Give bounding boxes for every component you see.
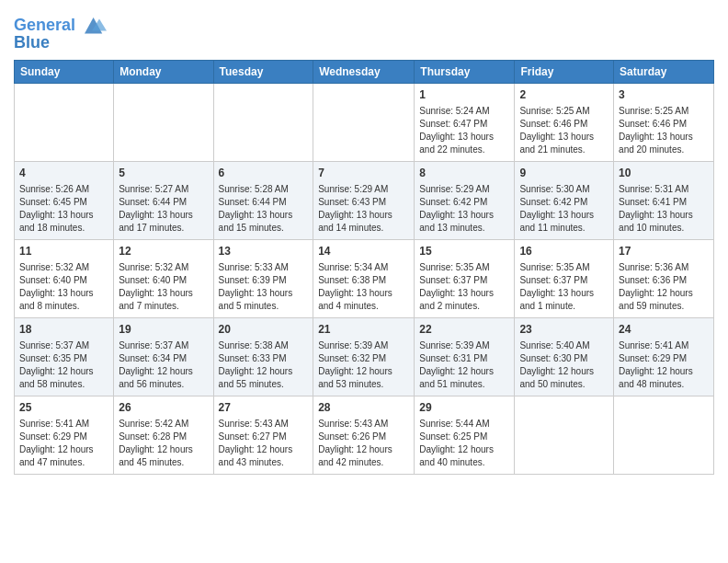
cell-content-line: Sunrise: 5:31 AM [619, 183, 709, 196]
calendar-cell [15, 83, 114, 161]
day-number: 28 [318, 400, 409, 416]
day-number: 2 [519, 87, 609, 103]
day-number: 15 [419, 244, 509, 259]
cell-content-line: Sunset: 6:27 PM [219, 431, 309, 443]
day-number: 26 [119, 400, 208, 416]
day-number: 25 [19, 400, 108, 416]
cell-content-line: Sunrise: 5:33 AM [219, 261, 309, 274]
header-row: SundayMondayTuesdayWednesdayThursdayFrid… [15, 60, 714, 83]
calendar-cell: 12Sunrise: 5:32 AMSunset: 6:40 PMDayligh… [114, 239, 213, 317]
day-number: 12 [119, 244, 208, 259]
day-number: 7 [318, 166, 409, 181]
day-number: 29 [419, 400, 509, 416]
week-row-4: 18Sunrise: 5:37 AMSunset: 6:35 PMDayligh… [15, 317, 714, 396]
day-number: 14 [318, 244, 409, 259]
cell-content-line: Daylight: 13 hours and 7 minutes. [119, 287, 208, 313]
cell-content-line: Sunrise: 5:43 AM [318, 418, 409, 431]
calendar-cell: 28Sunrise: 5:43 AMSunset: 6:26 PMDayligh… [313, 396, 415, 474]
cell-content-line: Sunrise: 5:37 AM [119, 339, 208, 352]
calendar-cell: 9Sunrise: 5:30 AMSunset: 6:42 PMDaylight… [515, 161, 614, 239]
day-number: 6 [219, 166, 309, 181]
calendar-cell: 19Sunrise: 5:37 AMSunset: 6:34 PMDayligh… [114, 317, 213, 396]
cell-content-line: Sunrise: 5:44 AM [419, 418, 509, 431]
calendar-cell: 23Sunrise: 5:40 AMSunset: 6:30 PMDayligh… [515, 317, 614, 396]
calendar-cell: 4Sunrise: 5:26 AMSunset: 6:45 PMDaylight… [15, 161, 114, 239]
calendar-table: SundayMondayTuesdayWednesdayThursdayFrid… [14, 60, 714, 475]
day-number: 11 [19, 244, 108, 259]
cell-content-line: Sunrise: 5:25 AM [519, 105, 609, 118]
calendar-cell: 22Sunrise: 5:39 AMSunset: 6:31 PMDayligh… [415, 317, 515, 396]
cell-content-line: Sunrise: 5:30 AM [519, 183, 609, 196]
cell-content-line: Sunrise: 5:26 AM [19, 183, 108, 196]
cell-content-line: Sunset: 6:44 PM [219, 196, 309, 209]
cell-content-line: Daylight: 12 hours and 40 minutes. [419, 443, 509, 469]
cell-content-line: Sunset: 6:25 PM [419, 431, 509, 443]
cell-content-line: Sunset: 6:31 PM [419, 352, 509, 365]
calendar-cell [515, 396, 614, 474]
calendar-cell: 27Sunrise: 5:43 AMSunset: 6:27 PMDayligh… [213, 396, 313, 474]
cell-content-line: Sunset: 6:29 PM [19, 431, 108, 443]
cell-content-line: Daylight: 12 hours and 43 minutes. [219, 443, 309, 469]
cell-content-line: Sunrise: 5:42 AM [119, 418, 208, 431]
cell-content-line: Daylight: 12 hours and 59 minutes. [619, 287, 709, 313]
cell-content-line: Sunrise: 5:41 AM [19, 418, 108, 431]
cell-content-line: Sunset: 6:39 PM [219, 274, 309, 287]
cell-content-line: Sunset: 6:40 PM [19, 274, 108, 287]
cell-content-line: Daylight: 13 hours and 11 minutes. [519, 209, 609, 235]
day-number: 5 [119, 166, 208, 181]
logo-blue-text: Blue [14, 34, 50, 52]
cell-content-line: Daylight: 13 hours and 8 minutes. [19, 287, 108, 313]
day-header-wednesday: Wednesday [313, 60, 415, 83]
cell-content-line: Sunset: 6:37 PM [419, 274, 509, 287]
cell-content-line: Daylight: 13 hours and 1 minute. [519, 287, 609, 313]
cell-content-line: Daylight: 13 hours and 20 minutes. [619, 131, 709, 156]
cell-content-line: Sunrise: 5:39 AM [419, 339, 509, 352]
calendar-cell: 1Sunrise: 5:24 AMSunset: 6:47 PMDaylight… [415, 83, 515, 161]
cell-content-line: Sunset: 6:45 PM [19, 196, 108, 209]
cell-content-line: Sunset: 6:32 PM [318, 352, 409, 365]
cell-content-line: Daylight: 13 hours and 18 minutes. [19, 209, 108, 235]
cell-content-line: Daylight: 13 hours and 17 minutes. [119, 209, 208, 235]
calendar-cell: 5Sunrise: 5:27 AMSunset: 6:44 PMDaylight… [114, 161, 213, 239]
cell-content-line: Sunrise: 5:34 AM [318, 261, 409, 274]
calendar-cell: 6Sunrise: 5:28 AMSunset: 6:44 PMDaylight… [213, 161, 313, 239]
cell-content-line: Sunrise: 5:43 AM [219, 418, 309, 431]
calendar-cell: 26Sunrise: 5:42 AMSunset: 6:28 PMDayligh… [114, 396, 213, 474]
day-number: 1 [419, 87, 509, 103]
cell-content-line: Sunset: 6:37 PM [519, 274, 609, 287]
calendar-cell: 15Sunrise: 5:35 AMSunset: 6:37 PMDayligh… [415, 239, 515, 317]
cell-content-line: Daylight: 12 hours and 47 minutes. [19, 443, 108, 469]
day-number: 10 [619, 166, 709, 181]
cell-content-line: Daylight: 12 hours and 48 minutes. [619, 365, 709, 391]
calendar-cell: 29Sunrise: 5:44 AMSunset: 6:25 PMDayligh… [415, 396, 515, 474]
cell-content-line: Sunrise: 5:29 AM [318, 183, 409, 196]
cell-content-line: Daylight: 12 hours and 53 minutes. [318, 365, 409, 391]
logo: General Blue [14, 14, 107, 52]
cell-content-line: Daylight: 13 hours and 4 minutes. [318, 287, 409, 313]
cell-content-line: Daylight: 13 hours and 22 minutes. [419, 131, 509, 156]
calendar-cell: 24Sunrise: 5:41 AMSunset: 6:29 PMDayligh… [614, 317, 714, 396]
cell-content-line: Sunset: 6:47 PM [419, 118, 509, 131]
day-number: 8 [419, 166, 509, 181]
day-header-sunday: Sunday [15, 60, 114, 83]
cell-content-line: Sunset: 6:46 PM [619, 118, 709, 131]
day-number: 16 [519, 244, 609, 259]
cell-content-line: Sunrise: 5:29 AM [419, 183, 509, 196]
cell-content-line: Daylight: 12 hours and 55 minutes. [219, 365, 309, 391]
cell-content-line: Sunset: 6:26 PM [318, 431, 409, 443]
calendar-cell: 11Sunrise: 5:32 AMSunset: 6:40 PMDayligh… [15, 239, 114, 317]
calendar-cell: 2Sunrise: 5:25 AMSunset: 6:46 PMDaylight… [515, 83, 614, 161]
cell-content-line: Daylight: 12 hours and 58 minutes. [19, 365, 108, 391]
cell-content-line: Sunset: 6:36 PM [619, 274, 709, 287]
calendar-cell: 13Sunrise: 5:33 AMSunset: 6:39 PMDayligh… [213, 239, 313, 317]
cell-content-line: Sunrise: 5:35 AM [419, 261, 509, 274]
calendar-cell [213, 83, 313, 161]
cell-content-line: Sunset: 6:28 PM [119, 431, 208, 443]
day-number: 27 [219, 400, 309, 416]
cell-content-line: Daylight: 12 hours and 45 minutes. [119, 443, 208, 469]
day-number: 9 [519, 166, 609, 181]
cell-content-line: Daylight: 12 hours and 42 minutes. [318, 443, 409, 469]
logo-icon [77, 12, 107, 38]
cell-content-line: Sunset: 6:30 PM [519, 352, 609, 365]
cell-content-line: Sunset: 6:44 PM [119, 196, 208, 209]
